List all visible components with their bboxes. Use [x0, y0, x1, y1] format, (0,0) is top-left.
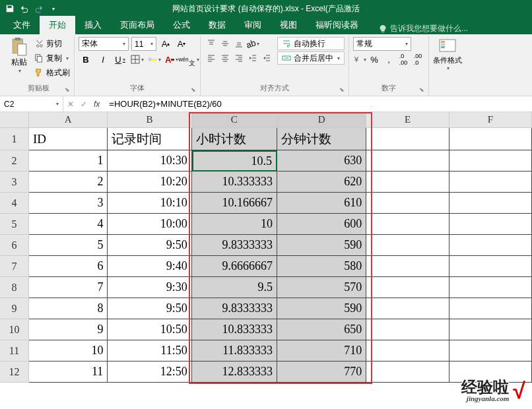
data-cell[interactable] [366, 150, 449, 172]
align-top-button[interactable] [205, 37, 218, 50]
tab-data[interactable]: 数据 [199, 16, 235, 34]
font-launcher-icon[interactable]: ⬊ [191, 86, 199, 94]
data-cell[interactable]: 8 [29, 298, 108, 319]
name-box[interactable]: C2▾ [0, 96, 63, 111]
row-header-2[interactable]: 2 [0, 150, 29, 172]
cancel-formula-icon[interactable]: ✕ [67, 100, 74, 109]
conditional-format-button[interactable]: 条件格式 ▾ [433, 37, 462, 71]
cut-button[interactable]: 剪切 [34, 37, 70, 50]
header-cell[interactable] [449, 128, 532, 150]
enter-formula-icon[interactable]: ✓ [81, 100, 87, 109]
data-cell[interactable] [449, 235, 532, 256]
tell-me-search[interactable]: 告诉我您想要做什么... [378, 23, 468, 34]
data-cell[interactable]: 600 [277, 214, 366, 235]
header-cell[interactable]: 分钟计数 [277, 128, 366, 150]
data-cell[interactable] [449, 319, 532, 340]
italic-button[interactable]: I [96, 53, 110, 66]
data-cell[interactable]: 12.833333 [192, 362, 277, 383]
data-cell[interactable] [366, 319, 449, 340]
data-cell[interactable]: 9:50 [108, 298, 191, 319]
border-button[interactable]: ▾ [130, 53, 145, 66]
number-launcher-icon[interactable]: ⬊ [419, 86, 427, 94]
font-size-select[interactable]: 11▾ [131, 37, 156, 51]
data-cell[interactable]: 9.6666667 [192, 256, 277, 277]
redo-icon[interactable] [32, 1, 46, 16]
shrink-font-button[interactable]: A▾ [175, 38, 188, 51]
data-cell[interactable]: 10 [29, 340, 108, 362]
data-cell[interactable] [366, 277, 449, 298]
data-cell[interactable]: 770 [277, 362, 366, 383]
align-middle-button[interactable] [218, 37, 232, 50]
data-cell[interactable] [449, 277, 532, 298]
data-cell[interactable]: 10:20 [108, 172, 191, 193]
tab-review[interactable]: 审阅 [235, 16, 271, 34]
column-header-B[interactable]: B [108, 112, 191, 128]
data-cell[interactable] [366, 362, 449, 383]
data-cell[interactable]: 9.8333333 [192, 235, 277, 256]
data-cell[interactable]: 650 [277, 319, 366, 340]
data-cell[interactable]: 12:50 [108, 362, 191, 383]
row-header-3[interactable]: 3 [0, 172, 29, 193]
data-cell[interactable] [449, 256, 532, 277]
bold-button[interactable]: B [79, 53, 93, 66]
fx-icon[interactable]: fx [94, 100, 100, 109]
column-header-E[interactable]: E [366, 112, 449, 128]
data-cell[interactable] [366, 256, 449, 277]
tab-foxit[interactable]: 福昕阅读器 [306, 16, 368, 34]
phonetic-button[interactable]: wén文▾ [182, 53, 196, 66]
data-cell[interactable]: 9.8333333 [192, 298, 277, 319]
data-cell[interactable]: 10:00 [108, 214, 191, 235]
data-cell[interactable] [449, 214, 532, 235]
row-header-9[interactable]: 9 [0, 298, 29, 319]
header-cell[interactable]: ID [29, 128, 108, 150]
column-header-A[interactable]: A [29, 112, 108, 128]
font-color-button[interactable]: A▾ [164, 53, 179, 66]
row-header-6[interactable]: 6 [0, 235, 29, 256]
clipboard-launcher-icon[interactable]: ⬊ [65, 86, 73, 94]
data-cell[interactable]: 9:30 [108, 277, 191, 298]
data-cell[interactable]: 11.833333 [192, 340, 277, 362]
data-cell[interactable]: 10.5 [192, 150, 277, 172]
row-header-4[interactable]: 4 [0, 193, 29, 214]
row-header-5[interactable]: 5 [0, 214, 29, 235]
header-cell[interactable]: 小时计数 [192, 128, 277, 150]
data-cell[interactable]: 610 [277, 193, 366, 214]
fill-color-button[interactable]: ▾ [147, 53, 162, 66]
data-cell[interactable]: 10.166667 [192, 193, 277, 214]
data-cell[interactable] [449, 172, 532, 193]
data-cell[interactable]: 6 [29, 256, 108, 277]
row-header-10[interactable]: 10 [0, 319, 29, 340]
data-cell[interactable]: 10:10 [108, 193, 191, 214]
data-cell[interactable]: 10.833333 [192, 319, 277, 340]
data-cell[interactable]: 9 [29, 319, 108, 340]
data-cell[interactable] [449, 150, 532, 172]
qat-customize-icon[interactable]: ▾ [46, 1, 61, 16]
column-header-C[interactable]: C [192, 112, 277, 128]
data-cell[interactable]: 630 [277, 150, 366, 172]
tab-insert[interactable]: 插入 [75, 16, 111, 34]
tab-formulas[interactable]: 公式 [164, 16, 199, 34]
align-center-button[interactable] [218, 51, 232, 65]
row-header-1[interactable]: 1 [0, 128, 29, 150]
row-header-12[interactable]: 12 [0, 362, 29, 383]
font-name-select[interactable]: 宋体▾ [79, 37, 129, 51]
paste-button[interactable]: 粘贴 ▾ [7, 37, 32, 79]
align-right-button[interactable] [232, 51, 246, 65]
align-left-button[interactable] [205, 51, 218, 65]
undo-icon[interactable] [17, 1, 32, 16]
wrap-text-button[interactable]: 自动换行 [277, 37, 345, 50]
tab-page-layout[interactable]: 页面布局 [111, 16, 164, 34]
data-cell[interactable]: 9.5 [192, 277, 277, 298]
data-cell[interactable] [366, 172, 449, 193]
merge-center-button[interactable]: 合并后居中▾ [277, 51, 345, 65]
select-all-corner[interactable] [0, 112, 29, 128]
data-cell[interactable] [366, 340, 449, 362]
header-cell[interactable]: 记录时间 [108, 128, 191, 150]
column-header-D[interactable]: D [277, 112, 366, 128]
header-cell[interactable] [366, 128, 449, 150]
data-cell[interactable]: 620 [277, 172, 366, 193]
data-cell[interactable]: 3 [29, 193, 108, 214]
row-header-7[interactable]: 7 [0, 256, 29, 277]
data-cell[interactable]: 2 [29, 172, 108, 193]
tab-file[interactable]: 文件 [4, 16, 40, 34]
